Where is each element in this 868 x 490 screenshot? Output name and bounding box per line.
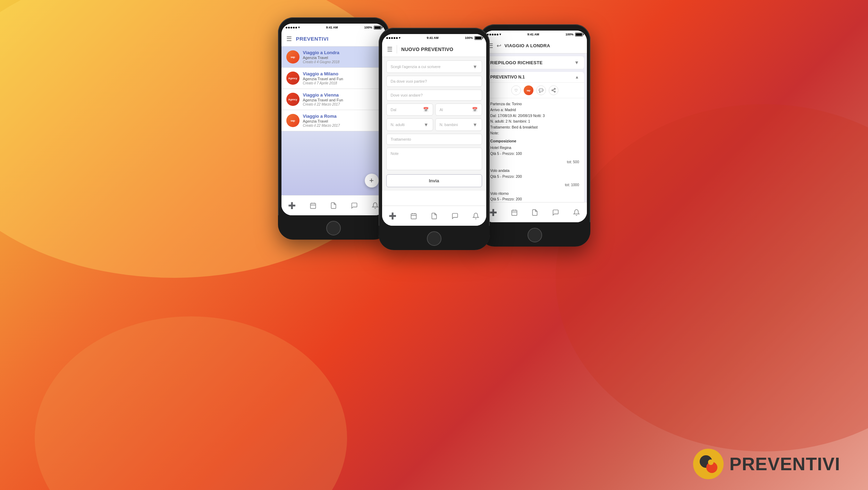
cal-icon-from: 📅 (423, 107, 429, 112)
tab-calendar-1[interactable] (310, 202, 317, 209)
tab-doc-3[interactable] (531, 209, 538, 216)
tab-bell-2[interactable] (472, 213, 479, 219)
home-button-1[interactable] (326, 221, 341, 235)
detail-header-3: ☰ ↩ VIAGGIO A LONDRA (483, 38, 587, 53)
status-right-2: 100% (465, 36, 482, 40)
status-left-2: ▾ (386, 36, 401, 40)
arrivo-info: Arrivo a: Madrid (490, 107, 579, 113)
tab-calendar-3[interactable] (511, 209, 518, 216)
list-item-3[interactable]: Agency Viaggio a Vienna Agenzia Travel a… (281, 89, 386, 110)
menu-icon-1[interactable]: ☰ (286, 35, 292, 43)
list-item-1[interactable]: sap Viaggio a Londra Agenzia Travel Crea… (281, 47, 386, 68)
hotel-tot: tot: 500 (486, 159, 584, 165)
agency-dropdown[interactable]: Scegli l'agenzia a cui scrivere ▼ (386, 60, 482, 73)
summary-title: RIEPILOGO RICHIESTE (490, 60, 543, 65)
battery-label-1: 100% (364, 26, 372, 29)
to-placeholder: Dove vuoi andare? (391, 93, 423, 97)
adults-dropdown[interactable]: N. adulti ▼ (386, 118, 433, 131)
date-to-input[interactable]: Al 📅 (435, 103, 482, 116)
summary-header[interactable]: RIEPILOGO RICHIESTE ▼ (486, 56, 584, 69)
from-input[interactable]: Da dove vuoi partire? (386, 76, 482, 87)
item-agency-4: Agenzia Travel (303, 119, 381, 123)
svg-point-20 (708, 459, 714, 465)
back-icon-3[interactable]: ↩ (497, 42, 501, 49)
time-1: 9:41 AM (326, 26, 338, 29)
status-right-1: 100% (364, 26, 381, 30)
item-agency-1: Agenzia Travel (303, 56, 381, 60)
avatar-3: Agency (286, 93, 300, 106)
home-button-3[interactable] (528, 228, 542, 242)
fab-button-1[interactable]: + (365, 174, 379, 188)
chat-action-icon[interactable]: 💬 (536, 85, 546, 95)
tab-bell-3[interactable] (573, 209, 580, 216)
item-date-1: Creato il 4 Giugno 2018 (303, 60, 381, 64)
tab-doc-1[interactable] (330, 202, 337, 209)
tab-add-2[interactable]: ➕ (389, 212, 396, 220)
time-3: 9:41 AM (527, 33, 539, 36)
dropdown-arrow-agency: ▼ (473, 64, 478, 69)
hotel-qty: Qtà 5 - Prezzo: 100 (490, 151, 579, 157)
treatment-info: Trattamento: Bed & breakfast (490, 124, 579, 130)
volo-andata-tot: tot: 1000 (486, 182, 584, 188)
tab-add-1[interactable]: ➕ (288, 202, 296, 209)
summary-collapse-icon: ▼ (574, 60, 579, 65)
header-divider (397, 45, 397, 53)
tab-bell-1[interactable] (372, 202, 379, 209)
list-content-4: Viaggio a Roma Agenzia Travel Creato il … (303, 114, 381, 127)
notes-textarea[interactable]: Note (386, 148, 482, 170)
heart-action-icon[interactable]: ♡ (511, 85, 521, 95)
tab-bar-1: ➕ (281, 195, 386, 215)
submit-label: Invia (429, 178, 439, 183)
date-row: Dal 📅 Al 📅 (386, 103, 482, 116)
agency-action-icon[interactable]: sap (524, 85, 533, 95)
phones-container: ▾ 9:41 AM 100% ☰ PREVENTIVI (278, 17, 590, 250)
tab-chat-2[interactable] (452, 213, 458, 219)
dropdown-arrow-adults: ▼ (424, 122, 429, 127)
form-body-2: Scegli l'agenzia a cui scrivere ▼ Da dov… (382, 57, 486, 191)
detail-body-3: RIEPILOGO RICHIESTE ▼ PREVENTIVO N.1 ▲ ♡ (483, 53, 587, 222)
date-from-input[interactable]: Dal 📅 (386, 103, 433, 116)
svg-rect-4 (411, 214, 416, 219)
children-dropdown[interactable]: N. bambini ▼ (435, 118, 482, 131)
menu-icon-2[interactable]: ☰ (387, 45, 393, 53)
submit-button[interactable]: Invia (386, 174, 482, 187)
battery-icon-1 (374, 26, 381, 30)
tab-chat-3[interactable] (552, 209, 559, 216)
tab-chat-1[interactable] (351, 202, 358, 209)
item-title-2: Viaggio a Milano (303, 71, 381, 76)
brand-icon (693, 448, 724, 480)
status-bar-3: ▾ 9:41 AM 100% (483, 31, 587, 38)
brand-logo: PREVENTIVI (693, 448, 840, 480)
date-info: Dal: 17/08/19 Al: 20/08/19 Notti: 3 (490, 113, 579, 119)
phone-3-screen: ▾ 9:41 AM 100% ☰ ↩ VIAGGIO A LONDRA (483, 31, 587, 222)
list-container-1: sap Viaggio a Londra Agenzia Travel Crea… (281, 47, 386, 215)
avatar-1: sap (286, 50, 300, 64)
svg-point-10 (554, 91, 555, 92)
item-date-2: Creato il 7 Aprile 2018 (303, 81, 381, 85)
brand-name: PREVENTIVI (730, 454, 840, 474)
share-action-icon[interactable] (549, 85, 558, 95)
item-date-4: Creato il 22 Marzo 2017 (303, 124, 381, 127)
fab-icon-1: + (369, 176, 374, 185)
svg-line-12 (553, 89, 554, 90)
agency-placeholder: Scegli l'agenzia a cui scrivere (391, 65, 441, 69)
signal-dots-1 (286, 27, 297, 28)
list-item-2[interactable]: Agency Viaggio a Milano Agenzia Travel a… (281, 68, 386, 89)
treatment-input[interactable]: Trattamento (386, 134, 482, 145)
note-info: Note: (490, 130, 579, 136)
detail-info: Partenza da: Torino Arrivo a: Madrid Dal… (486, 98, 584, 159)
dropdown-arrow-children: ▼ (473, 122, 478, 127)
tab-bar-2: ➕ (382, 206, 486, 226)
tab-calendar-2[interactable] (410, 213, 417, 219)
phone-1-screen: ▾ 9:41 AM 100% ☰ PREVENTIVI (281, 24, 386, 215)
tab-doc-2[interactable] (431, 213, 438, 219)
phone-3-bottom (479, 222, 590, 247)
home-button-2[interactable] (427, 231, 441, 246)
tab-add-3[interactable]: ➕ (489, 209, 497, 216)
form-header-2: ☰ NUOVO PREVENTIVO (382, 42, 486, 57)
item-title-3: Viaggio a Vienna (303, 92, 381, 98)
to-input[interactable]: Dove vuoi andare? (386, 90, 482, 101)
svg-rect-0 (310, 203, 315, 208)
list-item-4[interactable]: sap Viaggio a Roma Agenzia Travel Creato… (281, 110, 386, 131)
phone-2-screen: ▾ 9:41 AM 100% ☰ NUOVO PREVENTIVO (382, 34, 486, 226)
